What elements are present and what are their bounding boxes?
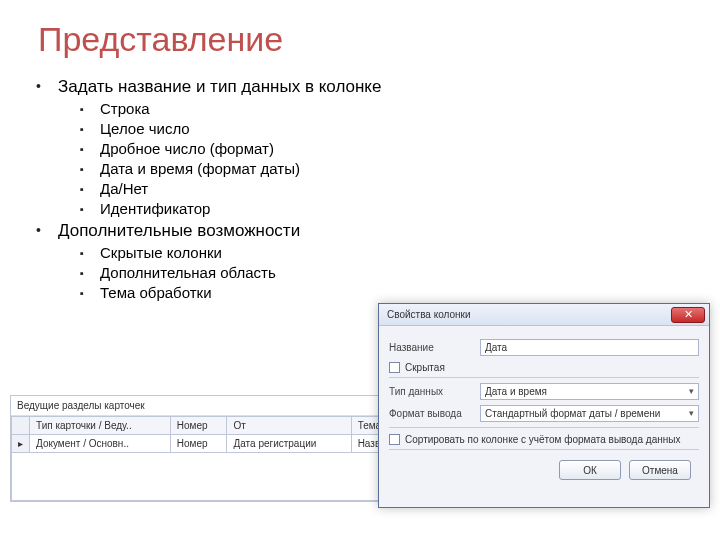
list-item: Целое число	[80, 120, 690, 137]
cancel-button[interactable]: Отмена	[629, 460, 691, 480]
list-item: Скрытые колонки	[80, 244, 690, 261]
table-header-row: Тип карточки / Веду.. Номер От Тема	[12, 417, 399, 435]
header-cell[interactable]: От	[227, 417, 351, 435]
table-row[interactable]: ▸ Документ / Основн.. Номер Дата регистр…	[12, 435, 399, 453]
name-input[interactable]: Дата	[480, 339, 699, 356]
list-item: Да/Нет	[80, 180, 690, 197]
list-item: Дополнительная область	[80, 264, 690, 281]
header-cell[interactable]: Тип карточки / Веду..	[30, 417, 171, 435]
header-cell[interactable]: Номер	[170, 417, 227, 435]
separator	[389, 427, 699, 428]
cell[interactable]: Документ / Основн..	[30, 435, 171, 453]
bullet-set-name-type: Задать название и тип данных в колонке С…	[36, 77, 690, 217]
format-combobox[interactable]: Стандартный формат даты / времени	[480, 405, 699, 422]
list-item: Тема обработки	[80, 284, 690, 301]
label-format: Формат вывода	[389, 408, 474, 419]
grid-table[interactable]: Тип карточки / Веду.. Номер От Тема ▸ До…	[11, 416, 399, 501]
label-sort: Сортировать по колонке с учётом формата …	[405, 434, 680, 445]
separator	[389, 449, 699, 450]
hidden-checkbox[interactable]	[389, 362, 400, 373]
list-item: Дробное число (формат)	[80, 140, 690, 157]
cell[interactable]: Дата регистрации	[227, 435, 351, 453]
label-hidden: Скрытая	[405, 362, 445, 373]
ok-button[interactable]: ОК	[559, 460, 621, 480]
close-button[interactable]: ✕	[671, 307, 705, 323]
label-name: Название	[389, 342, 474, 353]
list-item: Строка	[80, 100, 690, 117]
table-row	[12, 453, 399, 501]
column-properties-dialog: Свойства колонки ✕ Название Дата Скрытая…	[378, 303, 710, 508]
panel-caption: Ведущие разделы карточек	[11, 396, 399, 416]
row-indicator: ▸	[12, 435, 30, 453]
dialog-title: Свойства колонки	[387, 309, 471, 320]
close-icon: ✕	[684, 308, 693, 321]
list-item: Дата и время (формат даты)	[80, 160, 690, 177]
separator	[389, 377, 699, 378]
label-type: Тип данных	[389, 386, 474, 397]
card-sections-panel: Ведущие разделы карточек Тип карточки / …	[10, 395, 400, 502]
header-cell	[12, 417, 30, 435]
sort-checkbox[interactable]	[389, 434, 400, 445]
type-combobox[interactable]: Дата и время	[480, 383, 699, 400]
list-item: Идентификатор	[80, 200, 690, 217]
slide-title: Представление	[38, 20, 690, 59]
cell[interactable]: Номер	[170, 435, 227, 453]
bullet-additional: Дополнительные возможности Скрытые колон…	[36, 221, 690, 301]
